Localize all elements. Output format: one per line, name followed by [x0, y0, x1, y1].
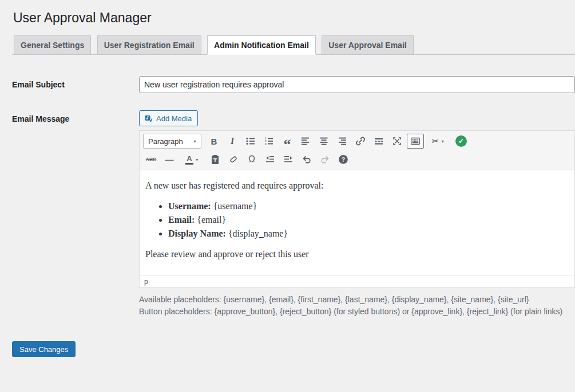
chevron-down-icon: ▼	[441, 139, 445, 143]
scissors-icon: ✂	[432, 136, 439, 146]
link-icon	[355, 135, 366, 147]
format-select-value: Paragraph	[148, 137, 183, 146]
eraser-icon	[228, 154, 239, 165]
settings-form: Email Subject Email Message Add M	[12, 76, 575, 318]
horizontal-rule-icon: —	[165, 155, 174, 165]
bold-icon: B	[211, 137, 217, 146]
numbered-list-icon: 123	[263, 135, 275, 147]
email-message-label: Email Message	[12, 110, 139, 318]
tab-admin-notification-email[interactable]: Admin Notification Email	[207, 35, 316, 55]
link-button[interactable]	[352, 134, 369, 149]
email-subject-label: Email Subject	[12, 76, 139, 93]
message-list: Username: {username} Email: {email} Disp…	[145, 201, 569, 239]
outdent-icon	[264, 154, 276, 165]
tab-user-approval-email[interactable]: User Approval Email	[322, 35, 413, 54]
clear-formatting-button[interactable]	[225, 152, 242, 167]
numbered-list-button[interactable]: 123	[260, 134, 277, 149]
list-item: Username: {username}	[168, 201, 569, 211]
strikethrough-icon: ABC	[146, 157, 156, 162]
email-subject-input[interactable]	[139, 76, 575, 93]
paste-as-text-button[interactable]	[207, 152, 224, 167]
email-message-editor: Paragraph ▼ B I	[139, 130, 575, 288]
message-intro: A new user has registered and requires a…	[145, 181, 569, 191]
bold-button[interactable]: B	[205, 134, 223, 149]
indent-icon	[283, 154, 294, 165]
email-subject-row: Email Subject	[12, 76, 575, 93]
item-value: {username}	[213, 201, 257, 211]
italic-button[interactable]: I	[224, 134, 241, 149]
available-placeholders-text: Available placeholders: {username}, {ema…	[139, 294, 575, 306]
blockquote-icon: “	[284, 135, 291, 147]
approved-check-button[interactable]: ✓	[453, 134, 470, 149]
item-label: Email:	[168, 215, 195, 225]
bulleted-list-button[interactable]	[242, 134, 259, 149]
page-title: User Approval Manager	[12, 0, 575, 26]
read-more-icon	[373, 135, 384, 147]
settings-page: User Approval Manager General Settings U…	[0, 0, 575, 357]
message-outro: Please review and approve or reject this…	[145, 249, 569, 259]
tab-user-registration-email[interactable]: User Registration Email	[97, 35, 201, 54]
read-more-button[interactable]	[370, 134, 387, 149]
redo-button[interactable]	[316, 152, 334, 167]
list-item: Email: {email}	[168, 215, 569, 225]
check-circle-icon: ✓	[455, 135, 467, 147]
email-message-row: Email Message Add Media	[12, 110, 575, 318]
tab-bar: General Settings User Registration Email…	[12, 35, 575, 55]
omega-icon: Ω	[248, 154, 255, 165]
fullscreen-icon	[391, 135, 403, 147]
align-right-icon	[336, 135, 348, 147]
media-icon	[144, 114, 153, 123]
text-color-button[interactable]: A ▼	[179, 152, 205, 167]
paste-as-text-icon	[209, 154, 221, 165]
format-select[interactable]: Paragraph ▼	[143, 134, 201, 149]
toolbar-row-1: Paragraph ▼ B I	[140, 132, 574, 150]
list-item: Display Name: {display_name}	[168, 229, 569, 239]
horizontal-rule-button[interactable]: —	[161, 152, 178, 167]
button-placeholders-text: Button placeholders: {approve_button}, {…	[139, 306, 575, 318]
add-media-label: Add Media	[156, 114, 192, 123]
editor-content-area[interactable]: A new user has registered and requires a…	[140, 170, 574, 275]
align-left-icon	[300, 135, 311, 147]
align-center-button[interactable]	[315, 134, 332, 149]
outdent-button[interactable]	[261, 152, 279, 167]
item-value: {display_name}	[228, 229, 288, 238]
indent-button[interactable]	[280, 152, 297, 167]
text-color-icon: A	[185, 155, 193, 165]
align-center-icon	[318, 135, 330, 147]
item-value: {email}	[197, 215, 226, 225]
toolbar-toggle-icon	[410, 135, 421, 147]
toolbar-row-2: ABC — A ▼	[140, 150, 574, 169]
bulleted-list-icon	[245, 135, 256, 147]
svg-text:3: 3	[264, 142, 266, 146]
tab-general-settings[interactable]: General Settings	[14, 35, 91, 54]
blockquote-button[interactable]: “	[279, 134, 296, 149]
italic-icon: I	[231, 136, 234, 146]
strikethrough-button[interactable]: ABC	[142, 152, 160, 167]
redo-icon	[319, 154, 331, 165]
cut-shortcode-button[interactable]: ✂ ▼	[425, 134, 451, 149]
item-label: Display Name:	[168, 229, 226, 238]
undo-button[interactable]	[298, 152, 315, 167]
align-left-button[interactable]	[297, 134, 314, 149]
chevron-down-icon: ▼	[193, 139, 197, 143]
chevron-down-icon: ▼	[195, 158, 199, 162]
element-path: p	[144, 278, 148, 286]
undo-icon	[301, 154, 312, 165]
item-label: Username:	[168, 201, 211, 211]
help-button[interactable]: ?	[335, 152, 352, 167]
special-character-button[interactable]: Ω	[243, 152, 260, 167]
align-right-button[interactable]	[334, 134, 351, 149]
help-icon: ?	[338, 154, 349, 165]
svg-text:?: ?	[342, 156, 345, 163]
editor-toolbar: Paragraph ▼ B I	[140, 131, 574, 170]
editor-statusbar: p	[140, 275, 574, 287]
save-changes-button[interactable]: Save Changes	[12, 341, 76, 357]
toolbar-toggle-button[interactable]	[407, 134, 424, 149]
add-media-button[interactable]: Add Media	[139, 110, 198, 126]
fullscreen-button[interactable]	[388, 134, 406, 149]
